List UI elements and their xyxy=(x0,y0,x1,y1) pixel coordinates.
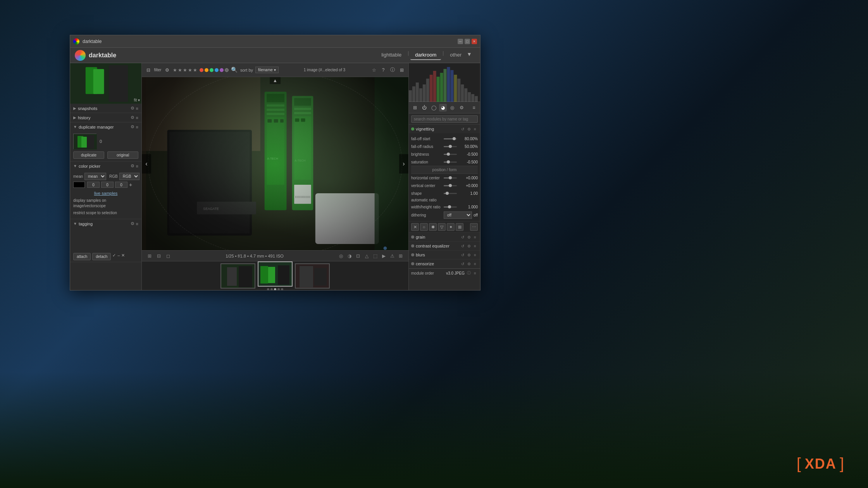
action-brush-button[interactable]: ✱ xyxy=(429,223,437,231)
rt-power-icon[interactable]: ⏻ xyxy=(420,104,428,112)
filmstrip-thumb-3[interactable] xyxy=(295,263,330,289)
action-gradient-button[interactable]: ▽ xyxy=(438,223,446,231)
rt-settings-icon[interactable]: ⚙ xyxy=(458,104,465,112)
horizontal-center-slider[interactable] xyxy=(444,175,457,181)
live-samples-button[interactable]: live samples xyxy=(73,189,138,197)
no-label[interactable] xyxy=(225,68,229,72)
original-button[interactable]: original xyxy=(107,151,138,159)
cp-add-icon[interactable]: + xyxy=(129,182,132,188)
cp-b-value[interactable] xyxy=(115,182,127,188)
vertical-center-slider[interactable] xyxy=(444,182,457,189)
grid-view-icon[interactable]: ⊞ xyxy=(146,253,153,259)
cp-settings-icon[interactable]: ⚙ xyxy=(131,163,134,168)
filmstrip-thumb-2[interactable] xyxy=(258,261,293,287)
cp-mode-select[interactable]: mean min max xyxy=(84,173,106,180)
snapshots-menu-icon[interactable]: ≡ xyxy=(136,106,138,111)
warning-icon[interactable]: ⚠ xyxy=(389,253,395,259)
filename-sort[interactable]: filename ▾ xyxy=(255,67,279,73)
vignetting-reset-icon[interactable]: ↺ xyxy=(460,126,465,132)
tag-menu-icon[interactable]: ≡ xyxy=(136,222,138,226)
dup-settings-icon[interactable]: ⚙ xyxy=(131,124,134,129)
minimize-button[interactable]: ─ xyxy=(458,39,463,44)
dithering-select[interactable]: off fsb xyxy=(444,211,472,219)
fit-button[interactable]: fit ▾ xyxy=(134,98,140,102)
rt-target-icon[interactable]: ◎ xyxy=(448,104,456,112)
cp-menu-icon[interactable]: ≡ xyxy=(136,164,138,168)
snapshots-settings-icon[interactable]: ⚙ xyxy=(131,106,134,111)
tag-check-icon[interactable]: ✓ xyxy=(112,253,116,260)
tab-darkroom[interactable]: darkroom xyxy=(410,50,441,60)
module-order-menu-icon[interactable]: ≡ xyxy=(472,270,478,276)
tag-settings-icon[interactable]: ⚙ xyxy=(131,221,134,226)
tagging-header[interactable]: ▼ tagging ⚙ ≡ xyxy=(70,219,141,228)
tab-other[interactable]: other xyxy=(445,50,466,60)
cenz-menu-icon[interactable]: ≡ xyxy=(472,261,478,266)
vignetting-module-header[interactable]: vignetting ↺ ⚙ ≡ xyxy=(409,125,480,133)
red-label[interactable] xyxy=(200,68,203,72)
blurs-presets-icon[interactable]: ⚙ xyxy=(466,252,472,258)
cenz-presets-icon[interactable]: ⚙ xyxy=(466,261,472,266)
filmstrip-thumb-1[interactable] xyxy=(220,263,255,289)
vignetting-presets-icon[interactable]: ⚙ xyxy=(466,126,472,132)
dup-menu-icon[interactable]: ≡ xyxy=(136,125,138,129)
collapse-top-button[interactable]: ▲ xyxy=(270,77,281,84)
tag-minus-icon[interactable]: – xyxy=(117,253,120,260)
prev-image-button[interactable]: ‹ xyxy=(142,154,151,174)
star-icon[interactable]: ☆ xyxy=(370,67,377,74)
ce-enabled-dot[interactable] xyxy=(411,244,414,247)
brightness-slider[interactable] xyxy=(444,151,457,157)
rt-grid-icon[interactable]: ⊞ xyxy=(411,104,419,112)
contrast-equalizer-header[interactable]: contrast equalizer ↺ ⚙ ≡ xyxy=(409,242,480,250)
blue-label[interactable] xyxy=(215,68,219,72)
grain-module-header[interactable]: grain ↺ ⚙ ≡ xyxy=(409,233,480,241)
detach-tag-button[interactable]: detach xyxy=(92,253,111,260)
action-overflow-button[interactable]: ⋯ xyxy=(470,223,478,231)
grain-menu-icon[interactable]: ≡ xyxy=(472,234,478,240)
blurs-module-header[interactable]: blurs ↺ ⚙ ≡ xyxy=(409,251,480,259)
close-button[interactable]: ✕ xyxy=(472,39,477,44)
gamut-icon[interactable]: △ xyxy=(363,253,370,259)
cp-g-value[interactable] xyxy=(101,182,114,188)
action-path-button[interactable]: ✦ xyxy=(447,223,455,231)
saturation-slider[interactable] xyxy=(444,159,457,165)
green-label[interactable] xyxy=(210,68,214,72)
info-icon[interactable]: ⓘ xyxy=(389,67,396,74)
history-settings-icon[interactable]: ⚙ xyxy=(131,115,134,120)
filmstrip-icon[interactable]: ⊟ xyxy=(156,253,162,259)
duplicate-button[interactable]: duplicate xyxy=(73,151,104,159)
help-icon[interactable]: ? xyxy=(380,67,387,74)
purple-label[interactable] xyxy=(220,68,224,72)
grain-enabled-dot[interactable] xyxy=(411,235,414,239)
color-manage-icon[interactable]: ◑ xyxy=(346,253,353,259)
rt-circle-icon[interactable]: ◯ xyxy=(430,104,437,112)
search-modules-input[interactable] xyxy=(411,115,478,123)
cp-colorspace-select[interactable]: RGB Lab xyxy=(119,173,140,180)
grain-reset-icon[interactable]: ↺ xyxy=(460,234,465,240)
filter-icon[interactable]: ⊟ xyxy=(145,67,152,74)
blurs-menu-icon[interactable]: ≡ xyxy=(472,252,478,258)
history-header[interactable]: ▶ history ⚙ ≡ xyxy=(70,113,141,122)
vignetting-enabled-dot[interactable] xyxy=(411,127,414,131)
search-icon[interactable]: 🔍 xyxy=(231,67,238,74)
width-height-slider[interactable] xyxy=(444,204,457,210)
quick-access-icon[interactable]: ◎ xyxy=(338,253,344,259)
yellow-label[interactable] xyxy=(205,68,208,72)
shape-slider[interactable] xyxy=(444,190,457,196)
next-image-button[interactable]: › xyxy=(399,154,408,174)
attach-tag-button[interactable]: attach xyxy=(73,253,91,260)
rt-menu-icon[interactable]: ≡ xyxy=(470,104,478,112)
module-order-info-icon[interactable]: ⓘ xyxy=(466,270,472,276)
grid-icon[interactable]: ⊞ xyxy=(398,67,405,74)
history-menu-icon[interactable]: ≡ xyxy=(136,115,138,120)
action-circle-button[interactable]: ○ xyxy=(420,223,428,231)
snapshots-header[interactable]: ▶ snapshots ⚙ ≡ xyxy=(70,104,141,113)
ce-presets-icon[interactable]: ⚙ xyxy=(466,243,472,249)
play-icon[interactable]: ▶ xyxy=(381,253,387,259)
tag-x-icon[interactable]: ✕ xyxy=(121,253,125,260)
layout-icon[interactable]: ⊞ xyxy=(398,253,404,259)
info-overlay-icon[interactable]: ◻ xyxy=(165,253,171,259)
fall-off-radius-slider[interactable] xyxy=(444,143,457,149)
nav-dropdown-icon[interactable]: ▾ xyxy=(468,50,475,58)
tab-lighttable[interactable]: lighttable xyxy=(377,50,406,60)
grain-presets-icon[interactable]: ⚙ xyxy=(466,234,472,240)
